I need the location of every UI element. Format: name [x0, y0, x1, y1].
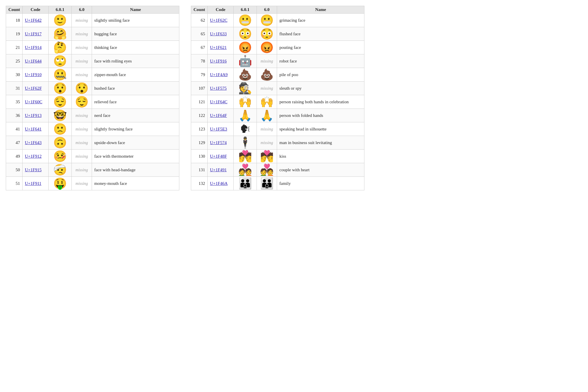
code-link[interactable]: U+1F62C: [210, 18, 227, 23]
code-link[interactable]: U+1F491: [210, 168, 227, 172]
emoji-60: 💏: [259, 151, 274, 162]
cell-60: missing: [72, 41, 92, 54]
cell-code[interactable]: U+1F62C: [208, 14, 234, 27]
cell-code[interactable]: U+1F916: [208, 54, 234, 68]
cell-601: 👪: [234, 177, 257, 190]
cell-code[interactable]: U+1F915: [23, 163, 49, 177]
code-link[interactable]: U+1F914: [25, 45, 42, 50]
cell-code[interactable]: U+1F621: [208, 41, 234, 54]
cell-code[interactable]: U+1F633: [208, 27, 234, 41]
cell-601: 🤑: [49, 177, 72, 190]
cell-code[interactable]: U+1F46A: [208, 177, 234, 190]
code-link[interactable]: U+1F641: [25, 127, 42, 131]
cell-code[interactable]: U+1F48F: [208, 150, 234, 163]
cell-code[interactable]: U+1F60C: [23, 95, 49, 109]
code-link[interactable]: U+1F621: [210, 45, 227, 50]
emoji-601: 🙃: [51, 137, 69, 148]
cell-count: 67: [191, 41, 208, 54]
cell-count: 25: [6, 54, 23, 68]
emoji-601: 😬: [236, 15, 254, 26]
cell-name: kiss: [277, 150, 364, 163]
table-row: 35U+1F60C😌😌relieved face: [6, 95, 179, 109]
table-row: 30U+1F910🤐missingzipper-mouth face: [6, 68, 179, 82]
emoji-601: 🙂: [51, 15, 69, 26]
cell-601: 🤕: [49, 163, 72, 177]
code-link[interactable]: U+1F644: [25, 59, 42, 63]
cell-name: person with folded hands: [277, 109, 364, 122]
code-link[interactable]: U+1F60C: [25, 100, 42, 104]
cell-code[interactable]: U+1F491: [208, 163, 234, 177]
cell-code[interactable]: U+1F912: [23, 150, 49, 163]
cell-code[interactable]: U+1F644: [23, 54, 49, 68]
cell-code[interactable]: U+1F62F: [23, 82, 49, 95]
emoji-601: 🙏: [236, 110, 254, 121]
missing-label: missing: [75, 168, 88, 172]
code-link[interactable]: U+1F633: [210, 32, 227, 36]
cell-code[interactable]: U+1F5E3: [208, 122, 234, 136]
cell-601: 💑: [234, 163, 257, 177]
cell-60: 👪: [257, 177, 277, 190]
table-row: 62U+1F62C😬😬grimacing face: [191, 14, 364, 27]
code-link[interactable]: U+1F916: [210, 59, 227, 63]
table-row: 36U+1F913🤓missingnerd face: [6, 109, 179, 122]
cell-code[interactable]: U+1F917: [23, 27, 49, 41]
code-link[interactable]: U+1F910: [25, 72, 42, 77]
code-link[interactable]: U+1F915: [25, 168, 42, 172]
code-link[interactable]: U+1F911: [25, 181, 41, 186]
cell-60: missing: [72, 136, 92, 150]
code-link[interactable]: U+1F62F: [25, 86, 42, 91]
cell-60: 😯: [72, 82, 92, 95]
cell-601: 🕵: [234, 82, 257, 95]
cell-code[interactable]: U+1F64F: [208, 109, 234, 122]
missing-label: missing: [75, 127, 88, 131]
code-link[interactable]: U+1F913: [25, 113, 42, 118]
cell-601: 🤐: [49, 68, 72, 82]
emoji-601: 😯: [51, 83, 69, 94]
table-row: 19U+1F917🤗missinghugging face: [6, 27, 179, 41]
right-header-60: 6.0: [257, 6, 277, 14]
emoji-601: 😡: [236, 42, 254, 53]
cell-count: 123: [191, 122, 208, 136]
cell-count: 79: [191, 68, 208, 82]
table-row: 49U+1F912🤒missingface with thermometer: [6, 150, 179, 163]
cell-601: 🤖: [234, 54, 257, 68]
cell-code[interactable]: U+1F914: [23, 41, 49, 54]
missing-label: missing: [75, 73, 88, 77]
missing-label: missing: [75, 154, 88, 159]
code-link[interactable]: U+1F46A: [210, 181, 228, 186]
code-link[interactable]: U+1F4A9: [210, 72, 228, 77]
table-row: 132U+1F46A👪👪family: [191, 177, 364, 190]
cell-name: couple with heart: [277, 163, 364, 177]
cell-60: 💏: [257, 150, 277, 163]
code-link[interactable]: U+1F64C: [210, 100, 227, 104]
cell-601: 🙁: [49, 122, 72, 136]
cell-60: 💑: [257, 163, 277, 177]
cell-code[interactable]: U+1F574: [208, 136, 234, 150]
code-link[interactable]: U+1F48F: [210, 154, 227, 159]
cell-code[interactable]: U+1F641: [23, 122, 49, 136]
cell-name: face with rolling eyes: [92, 54, 179, 68]
cell-count: 36: [6, 109, 23, 122]
cell-code[interactable]: U+1F4A9: [208, 68, 234, 82]
emoji-60: 🙌: [259, 96, 274, 107]
code-link[interactable]: U+1F642: [25, 18, 42, 23]
code-link[interactable]: U+1F574: [210, 140, 227, 145]
cell-code[interactable]: U+1F911: [23, 177, 49, 190]
cell-601: 💏: [234, 150, 257, 163]
cell-60: missing: [257, 122, 277, 136]
cell-code[interactable]: U+1F575: [208, 82, 234, 95]
cell-code[interactable]: U+1F642: [23, 14, 49, 27]
cell-code[interactable]: U+1F910: [23, 68, 49, 82]
code-link[interactable]: U+1F643: [25, 140, 42, 145]
cell-count: 31: [6, 82, 23, 95]
cell-code[interactable]: U+1F913: [23, 109, 49, 122]
code-link[interactable]: U+1F912: [25, 154, 42, 159]
cell-code[interactable]: U+1F643: [23, 136, 49, 150]
table-row: 78U+1F916🤖missingrobot face: [191, 54, 364, 68]
cell-code[interactable]: U+1F64C: [208, 95, 234, 109]
code-link[interactable]: U+1F917: [25, 32, 42, 36]
code-link[interactable]: U+1F5E3: [210, 127, 227, 131]
code-link[interactable]: U+1F575: [210, 86, 227, 91]
code-link[interactable]: U+1F64F: [210, 113, 227, 118]
cell-601: 🙂: [49, 14, 72, 27]
